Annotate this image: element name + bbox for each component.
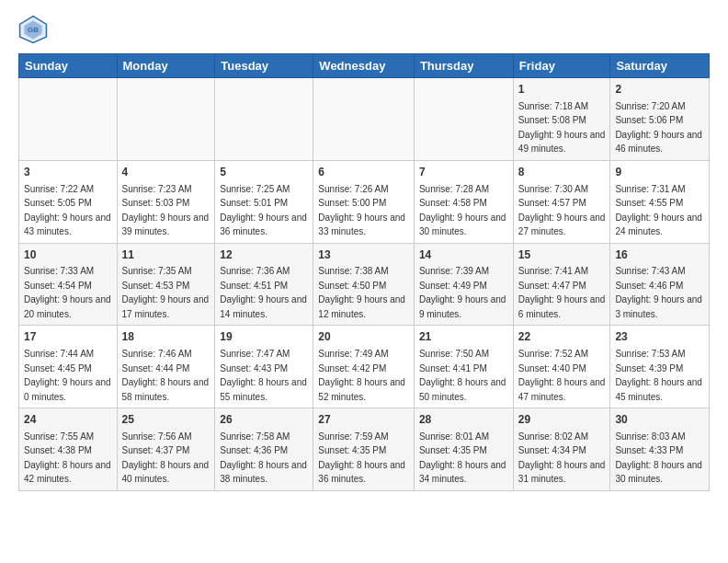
calendar-cell: 18Sunrise: 7:46 AMSunset: 4:44 PMDayligh… — [117, 326, 215, 408]
day-number: 9 — [615, 165, 704, 180]
calendar-cell: 28Sunrise: 8:01 AMSunset: 4:35 PMDayligh… — [414, 408, 513, 491]
day-number: 21 — [419, 329, 508, 345]
day-info: Sunrise: 7:35 AMSunset: 4:53 PMDaylight:… — [122, 266, 210, 319]
day-number: 18 — [122, 329, 210, 345]
day-number: 30 — [615, 412, 704, 428]
calendar-cell: 21Sunrise: 7:50 AMSunset: 4:41 PMDayligh… — [414, 326, 513, 408]
day-info: Sunrise: 8:03 AMSunset: 4:33 PMDaylight:… — [615, 431, 702, 485]
day-number: 1 — [518, 82, 606, 98]
svg-text:GB: GB — [28, 26, 39, 34]
calendar-cell: 23Sunrise: 7:53 AMSunset: 4:39 PMDayligh… — [610, 326, 710, 408]
calendar-cell: 26Sunrise: 7:58 AMSunset: 4:36 PMDayligh… — [215, 408, 313, 491]
day-info: Sunrise: 7:47 AMSunset: 4:43 PMDaylight:… — [220, 349, 307, 402]
day-number: 13 — [318, 247, 409, 263]
day-number: 22 — [518, 329, 606, 345]
day-number: 28 — [419, 412, 508, 428]
calendar-cell: 3Sunrise: 7:22 AMSunset: 5:05 PMDaylight… — [19, 160, 118, 243]
day-info: Sunrise: 8:01 AMSunset: 4:35 PMDaylight:… — [419, 431, 506, 485]
day-number: 3 — [24, 165, 112, 180]
day-info: Sunrise: 7:25 AMSunset: 5:01 PMDaylight:… — [220, 184, 307, 237]
day-number: 2 — [615, 82, 704, 98]
day-info: Sunrise: 7:46 AMSunset: 4:44 PMDaylight:… — [122, 349, 210, 402]
calendar-cell: 12Sunrise: 7:36 AMSunset: 4:51 PMDayligh… — [215, 243, 313, 326]
calendar-cell: 7Sunrise: 7:28 AMSunset: 4:58 PMDaylight… — [414, 160, 513, 243]
day-number: 8 — [518, 165, 606, 180]
calendar-cell — [117, 78, 215, 161]
day-number: 16 — [615, 247, 704, 263]
calendar-cell: 25Sunrise: 7:56 AMSunset: 4:37 PMDayligh… — [117, 408, 215, 491]
day-number: 11 — [122, 247, 210, 263]
calendar-day-header: Friday — [513, 54, 610, 78]
day-info: Sunrise: 7:53 AMSunset: 4:39 PMDaylight:… — [615, 349, 702, 402]
calendar-cell: 27Sunrise: 7:59 AMSunset: 4:35 PMDayligh… — [313, 408, 415, 491]
calendar-cell — [19, 78, 118, 161]
calendar-cell: 14Sunrise: 7:39 AMSunset: 4:49 PMDayligh… — [414, 243, 513, 326]
day-number: 15 — [518, 247, 606, 263]
day-number: 10 — [24, 247, 112, 263]
day-info: Sunrise: 7:28 AMSunset: 4:58 PMDaylight:… — [419, 184, 506, 237]
calendar-cell: 13Sunrise: 7:38 AMSunset: 4:50 PMDayligh… — [313, 243, 415, 326]
logo-icon: GB — [18, 15, 48, 44]
day-info: Sunrise: 7:58 AMSunset: 4:36 PMDaylight:… — [220, 431, 307, 485]
logo: GB — [18, 15, 53, 44]
day-number: 5 — [220, 165, 308, 180]
calendar-cell: 10Sunrise: 7:33 AMSunset: 4:54 PMDayligh… — [19, 243, 118, 326]
day-number: 20 — [318, 329, 409, 345]
day-number: 26 — [220, 412, 308, 428]
calendar-week-row: 24Sunrise: 7:55 AMSunset: 4:38 PMDayligh… — [19, 408, 710, 491]
calendar-cell: 24Sunrise: 7:55 AMSunset: 4:38 PMDayligh… — [19, 408, 118, 491]
day-info: Sunrise: 8:02 AMSunset: 4:34 PMDaylight:… — [518, 431, 606, 485]
day-number: 14 — [419, 247, 508, 263]
calendar-cell: 20Sunrise: 7:49 AMSunset: 4:42 PMDayligh… — [313, 326, 415, 408]
day-info: Sunrise: 7:43 AMSunset: 4:46 PMDaylight:… — [615, 266, 702, 319]
calendar-day-header: Wednesday — [313, 54, 415, 78]
day-info: Sunrise: 7:38 AMSunset: 4:50 PMDaylight:… — [318, 266, 405, 319]
calendar-cell: 1Sunrise: 7:18 AMSunset: 5:08 PMDaylight… — [513, 78, 610, 161]
day-info: Sunrise: 7:31 AMSunset: 4:55 PMDaylight:… — [615, 184, 702, 237]
day-info: Sunrise: 7:41 AMSunset: 4:47 PMDaylight:… — [518, 266, 606, 319]
day-number: 27 — [318, 412, 409, 428]
day-number: 6 — [318, 165, 409, 180]
calendar-week-row: 17Sunrise: 7:44 AMSunset: 4:45 PMDayligh… — [19, 326, 710, 408]
day-info: Sunrise: 7:44 AMSunset: 4:45 PMDaylight:… — [24, 349, 111, 402]
day-info: Sunrise: 7:18 AMSunset: 5:08 PMDaylight:… — [518, 101, 606, 155]
day-info: Sunrise: 7:22 AMSunset: 5:05 PMDaylight:… — [24, 184, 111, 237]
day-info: Sunrise: 7:20 AMSunset: 5:06 PMDaylight:… — [615, 101, 702, 155]
calendar-week-row: 1Sunrise: 7:18 AMSunset: 5:08 PMDaylight… — [19, 78, 710, 161]
day-info: Sunrise: 7:59 AMSunset: 4:35 PMDaylight:… — [318, 431, 405, 485]
day-info: Sunrise: 7:49 AMSunset: 4:42 PMDaylight:… — [318, 349, 405, 402]
calendar-body: 1Sunrise: 7:18 AMSunset: 5:08 PMDaylight… — [19, 78, 710, 491]
day-number: 4 — [122, 165, 210, 180]
day-info: Sunrise: 7:56 AMSunset: 4:37 PMDaylight:… — [122, 431, 210, 485]
day-number: 17 — [24, 329, 112, 345]
day-info: Sunrise: 7:33 AMSunset: 4:54 PMDaylight:… — [24, 266, 111, 319]
day-info: Sunrise: 7:30 AMSunset: 4:57 PMDaylight:… — [518, 184, 606, 237]
calendar-cell: 30Sunrise: 8:03 AMSunset: 4:33 PMDayligh… — [610, 408, 710, 491]
day-info: Sunrise: 7:36 AMSunset: 4:51 PMDaylight:… — [220, 266, 307, 319]
day-info: Sunrise: 7:55 AMSunset: 4:38 PMDaylight:… — [24, 431, 111, 485]
calendar-cell: 17Sunrise: 7:44 AMSunset: 4:45 PMDayligh… — [19, 326, 118, 408]
calendar-cell: 8Sunrise: 7:30 AMSunset: 4:57 PMDaylight… — [513, 160, 610, 243]
day-number: 23 — [615, 329, 704, 345]
calendar-header-row: SundayMondayTuesdayWednesdayThursdayFrid… — [19, 54, 710, 78]
calendar-day-header: Monday — [117, 54, 215, 78]
day-number: 25 — [122, 412, 210, 428]
calendar-day-header: Saturday — [610, 54, 710, 78]
calendar-cell — [414, 78, 513, 161]
day-info: Sunrise: 7:50 AMSunset: 4:41 PMDaylight:… — [419, 349, 506, 402]
day-info: Sunrise: 7:23 AMSunset: 5:03 PMDaylight:… — [122, 184, 210, 237]
calendar-cell: 11Sunrise: 7:35 AMSunset: 4:53 PMDayligh… — [117, 243, 215, 326]
calendar-day-header: Thursday — [414, 54, 513, 78]
calendar-cell: 6Sunrise: 7:26 AMSunset: 5:00 PMDaylight… — [313, 160, 415, 243]
calendar-cell — [313, 78, 415, 161]
calendar-week-row: 10Sunrise: 7:33 AMSunset: 4:54 PMDayligh… — [19, 243, 710, 326]
page: GB SundayMondayTuesdayWednesdayThursdayF… — [0, 0, 728, 563]
day-info: Sunrise: 7:26 AMSunset: 5:00 PMDaylight:… — [318, 184, 405, 237]
calendar-cell: 9Sunrise: 7:31 AMSunset: 4:55 PMDaylight… — [610, 160, 710, 243]
day-number: 7 — [419, 165, 508, 180]
day-number: 19 — [220, 329, 308, 345]
day-number: 24 — [24, 412, 112, 428]
calendar-cell: 29Sunrise: 8:02 AMSunset: 4:34 PMDayligh… — [513, 408, 610, 491]
calendar-cell: 4Sunrise: 7:23 AMSunset: 5:03 PMDaylight… — [117, 160, 215, 243]
calendar-cell: 5Sunrise: 7:25 AMSunset: 5:01 PMDaylight… — [215, 160, 313, 243]
